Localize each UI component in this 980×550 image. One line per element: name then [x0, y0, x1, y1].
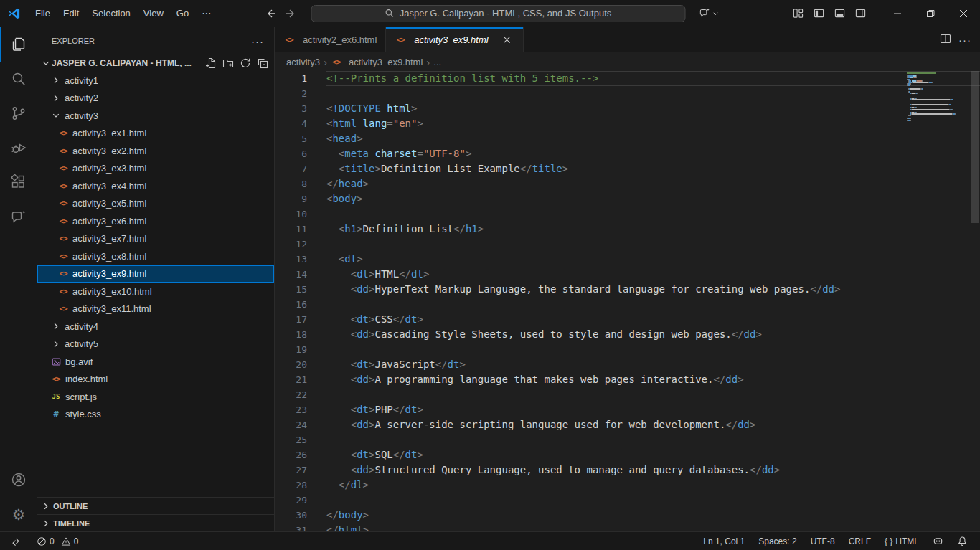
menu-[interactable]: ⋯ [195, 4, 217, 23]
tree-item-activity1[interactable]: activity1 [37, 72, 274, 90]
close-tab-icon[interactable] [500, 33, 514, 47]
code-line-15[interactable]: 15 <dd>HyperText Markup Language, the st… [275, 282, 980, 297]
remote-indicator[interactable] [7, 536, 24, 546]
code-line-18[interactable]: 18 <dd>Cascading Style Sheets, used to s… [275, 327, 980, 342]
outline-panel-header[interactable]: OUTLINE [37, 497, 274, 514]
forward-arrow-icon[interactable] [281, 4, 301, 23]
timeline-panel-header[interactable]: TIMELINE [37, 514, 274, 531]
tree-item-activity2[interactable]: activity2 [37, 90, 274, 108]
code-line-27[interactable]: 27 <dd>Structured Query Language, used t… [275, 463, 980, 478]
breadcrumb-item[interactable]: ... [433, 57, 441, 67]
extensions-icon[interactable] [0, 165, 37, 199]
code-line-1[interactable]: 1<!--Prints a definition list with 5 ite… [275, 71, 980, 86]
workspace-section-header[interactable]: JASPER G. CALIPAYAN - HTML, ... [37, 54, 274, 72]
code-line-14[interactable]: 14 <dt>HTML</dt> [275, 267, 980, 282]
code-line-25[interactable]: 25 [275, 432, 980, 447]
breadcrumb-item[interactable]: activity3 [286, 57, 320, 67]
code-line-4[interactable]: 4<html lang="en"> [275, 116, 980, 131]
cursor-position[interactable]: Ln 1, Col 1 [699, 536, 748, 546]
tree-item-activity3[interactable]: activity3 [37, 107, 274, 125]
tree-item-activity3_ex7-html[interactable]: <>activity3_ex7.html [37, 230, 274, 248]
code-line-19[interactable]: 19 [275, 342, 980, 357]
explorer-icon[interactable] [0, 27, 37, 62]
tree-item-activity3_ex4-html[interactable]: <>activity3_ex4.html [37, 177, 274, 195]
run-debug-icon[interactable] [0, 131, 37, 165]
code-line-6[interactable]: 6 <meta charset="UTF-8"> [275, 146, 980, 161]
notifications-bell-icon[interactable] [953, 536, 971, 546]
editor-more-actions-icon[interactable]: ··· [958, 34, 971, 46]
code-line-9[interactable]: 9<body> [275, 191, 980, 207]
accounts-icon[interactable] [0, 463, 37, 497]
code-line-5[interactable]: 5<head> [275, 131, 980, 146]
refresh-icon[interactable] [240, 57, 251, 69]
code-line-2[interactable]: 2 [275, 86, 980, 101]
code-line-29[interactable]: 29 [275, 493, 980, 508]
tree-item-bg-avif[interactable]: bg.avif [37, 353, 274, 371]
minimize-button[interactable] [881, 0, 914, 27]
code-line-8[interactable]: 8</head> [275, 176, 980, 191]
search-sidebar-icon[interactable] [0, 62, 37, 96]
tree-item-activity3_ex5-html[interactable]: <>activity3_ex5.html [37, 195, 274, 213]
restore-button[interactable] [914, 0, 947, 27]
toggle-panel-icon[interactable] [829, 4, 850, 23]
tree-item-activity3_ex8-html[interactable]: <>activity3_ex8.html [37, 247, 274, 265]
tree-item-activity3_ex6-html[interactable]: <>activity3_ex6.html [37, 212, 274, 230]
menu-go[interactable]: Go [170, 4, 195, 23]
code-line-30[interactable]: 30</body> [275, 508, 980, 523]
toggle-primary-sidebar-icon[interactable] [809, 4, 829, 23]
code-line-11[interactable]: 11 <h1>Definition List</h1> [275, 222, 980, 237]
tree-item-activity3_ex11-html[interactable]: <>activity3_ex11.html [37, 300, 274, 318]
code-line-28[interactable]: 28 </dl> [275, 478, 980, 493]
code-line-21[interactable]: 21 <dd>A programming language that makes… [275, 372, 980, 387]
settings-gear-icon[interactable]: ⚙ [0, 497, 37, 531]
breadcrumb-item[interactable]: <>activity3_ex9.html [331, 57, 423, 67]
menu-view[interactable]: View [137, 4, 170, 23]
copilot-menu-button[interactable] [699, 7, 720, 19]
code-line-26[interactable]: 26 <dt>SQL</dt> [275, 447, 980, 463]
code-line-23[interactable]: 23 <dt>PHP</dt> [275, 402, 980, 417]
tree-item-activity3_ex10-html[interactable]: <>activity3_ex10.html [37, 283, 274, 300]
menu-edit[interactable]: Edit [57, 4, 85, 23]
tab-activity2_ex6-html[interactable]: <>activity2_ex6.html [275, 27, 386, 52]
menu-file[interactable]: File [29, 4, 57, 23]
eol-sequence[interactable]: CRLF [845, 536, 875, 546]
new-folder-icon[interactable] [222, 57, 234, 69]
scrollbar-thumb[interactable] [971, 71, 979, 223]
code-line-22[interactable]: 22 [275, 387, 980, 402]
code-editor[interactable]: 1<!--Prints a definition list with 5 ite… [275, 71, 980, 531]
toggle-secondary-sidebar-icon[interactable] [850, 4, 871, 23]
tree-item-script-js[interactable]: JSscript.js [37, 388, 274, 406]
code-line-10[interactable]: 10 [275, 207, 980, 222]
split-editor-icon[interactable] [940, 33, 951, 47]
tree-item-activity3_ex3-html[interactable]: <>activity3_ex3.html [37, 160, 274, 178]
tree-item-style-css[interactable]: #style.css [37, 406, 274, 424]
customize-layout-icon[interactable] [788, 4, 809, 23]
code-line-16[interactable]: 16 [275, 297, 980, 312]
tree-item-activity4[interactable]: activity4 [37, 318, 274, 336]
close-window-button[interactable] [947, 0, 980, 27]
code-line-13[interactable]: 13 <dl> [275, 252, 980, 267]
chat-icon[interactable] [0, 199, 37, 234]
tree-item-activity5[interactable]: activity5 [37, 336, 274, 354]
code-line-20[interactable]: 20 <dt>JavaScript</dt> [275, 357, 980, 372]
problems-indicator[interactable]: 0 0 [33, 536, 82, 546]
code-line-12[interactable]: 12 [275, 237, 980, 252]
indentation[interactable]: Spaces: 2 [755, 536, 800, 546]
tree-item-activity3_ex1-html[interactable]: <>activity3_ex1.html [37, 125, 274, 143]
minimap[interactable] [904, 71, 970, 531]
code-line-3[interactable]: 3<!DOCTYPE html> [275, 101, 980, 116]
code-line-31[interactable]: 31</html> [275, 523, 980, 531]
copilot-status-icon[interactable] [929, 536, 947, 546]
code-line-24[interactable]: 24 <dd>A server-side scripting language … [275, 417, 980, 432]
code-line-7[interactable]: 7 <title>Definition List Example</title> [275, 161, 980, 176]
code-line-17[interactable]: 17 <dt>CSS</dt> [275, 312, 980, 327]
tree-item-index-html[interactable]: <>index.html [37, 371, 274, 389]
new-file-icon[interactable] [205, 57, 217, 69]
tab-activity3_ex9-html[interactable]: <>activity3_ex9.html [386, 27, 523, 52]
back-arrow-icon[interactable] [261, 4, 281, 23]
menu-selection[interactable]: Selection [85, 4, 136, 23]
encoding[interactable]: UTF-8 [807, 536, 839, 546]
language-mode[interactable]: { } HTML [881, 536, 923, 546]
collapse-all-icon[interactable] [257, 57, 268, 69]
tree-item-activity3_ex2-html[interactable]: <>activity3_ex2.html [37, 142, 274, 160]
